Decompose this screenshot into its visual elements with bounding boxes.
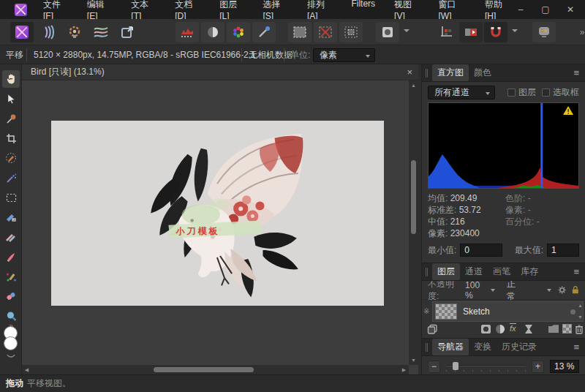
live-filter-icon[interactable]: fx — [510, 323, 516, 333]
color-swatches[interactable] — [2, 325, 20, 357]
toolbar-overflow-chevron[interactable]: » — [570, 22, 585, 42]
scroll-right-icon[interactable]: ▶ — [399, 365, 409, 374]
menu-layer[interactable]: 图层[L] — [219, 0, 244, 21]
menu-view[interactable]: 视图[V] — [394, 0, 419, 21]
tab-brushes[interactable]: 画笔 — [488, 263, 516, 280]
panel-drag-handle[interactable] — [426, 69, 428, 78]
paint-brush-tool[interactable] — [2, 248, 20, 265]
fill-color-swatch[interactable] — [4, 336, 18, 350]
layers-scroll-up-icon[interactable]: ▲ — [578, 303, 583, 308]
horizontal-scroll-thumb[interactable] — [154, 367, 254, 372]
auto-colours-button[interactable] — [227, 22, 250, 42]
gear-icon[interactable] — [558, 285, 566, 295]
layer-checkbox[interactable] — [507, 88, 516, 97]
layer-row-sketch[interactable]: Sketch — [432, 301, 584, 322]
auto-levels-button[interactable] — [176, 22, 199, 42]
min-value-input[interactable] — [460, 244, 502, 257]
invert-selection-button[interactable] — [339, 22, 363, 42]
tab-transform[interactable]: 变换 — [469, 339, 497, 355]
color-picker-tool[interactable] — [2, 110, 20, 127]
snapping-magnet-button[interactable] — [484, 22, 507, 42]
selection-brush-tool[interactable] — [2, 149, 20, 167]
menu-text[interactable]: 文本[T] — [131, 0, 156, 21]
auto-white-balance-button[interactable] — [252, 22, 276, 42]
clone-tool[interactable] — [2, 268, 20, 285]
pan-tool[interactable] — [2, 70, 20, 88]
export-persona-button[interactable] — [116, 22, 139, 42]
snapping-axis-button[interactable] — [434, 22, 458, 42]
zoom-slider-handle[interactable] — [453, 362, 458, 370]
swap-colors-icon[interactable] — [6, 354, 16, 359]
menu-edit[interactable]: 编辑[E] — [87, 0, 112, 21]
erase-tool[interactable] — [2, 287, 20, 305]
close-button[interactable]: ✕ — [560, 2, 581, 17]
tab-history[interactable]: 历史记录 — [497, 339, 542, 355]
scroll-up-icon[interactable]: ▲ — [409, 80, 418, 90]
minimize-button[interactable]: – — [510, 2, 531, 17]
layer-thumbnail[interactable] — [435, 304, 457, 320]
crop-tool[interactable] — [2, 129, 20, 147]
new-layer-icon[interactable] — [562, 324, 572, 333]
max-value-input[interactable] — [547, 244, 579, 257]
menu-select[interactable]: 选择[S] — [263, 0, 287, 21]
opacity-dropdown-icon[interactable] — [491, 289, 495, 292]
zoom-value-input[interactable]: 13 % — [550, 360, 579, 373]
photo-persona-button[interactable] — [10, 22, 34, 42]
panel-menu-icon[interactable]: ≡ — [573, 342, 579, 353]
pixel-alignment-button[interactable] — [459, 22, 483, 42]
zoom-slider[interactable] — [446, 361, 526, 372]
duplicate-layer-icon[interactable] — [427, 324, 438, 335]
blend-mode-select[interactable]: 正常 — [507, 278, 522, 303]
scroll-down-icon[interactable]: ▼ — [409, 355, 418, 365]
opacity-value[interactable]: 100 % — [465, 280, 487, 301]
quick-mask-dropdown[interactable] — [404, 29, 410, 32]
select-all-button[interactable] — [288, 22, 312, 42]
unit-select[interactable]: 像素 — [313, 48, 375, 62]
panel-drag-handle[interactable] — [426, 343, 428, 352]
marquee-tool[interactable] — [2, 189, 20, 206]
panel-menu-icon[interactable]: ≡ — [573, 67, 579, 78]
mask-layer-icon[interactable] — [480, 324, 491, 334]
tab-stock[interactable]: 库存 — [516, 263, 543, 280]
layers-scroll-down-icon[interactable]: ▼ — [578, 314, 583, 320]
tab-layers[interactable]: 图层 — [432, 263, 460, 280]
maximize-button[interactable]: ▢ — [535, 2, 556, 17]
vertical-scroll-thumb[interactable] — [411, 160, 416, 234]
tab-navigator[interactable]: 导航器 — [432, 339, 469, 355]
menu-arrange[interactable]: 排列[A] — [307, 0, 332, 21]
document-tab[interactable]: Bird [只读] (13.1%) — [31, 66, 105, 78]
menu-help[interactable]: 帮助[H] — [485, 0, 510, 21]
assistant-button[interactable] — [532, 22, 556, 42]
trash-icon[interactable] — [575, 324, 584, 334]
layer-visibility-toggle[interactable] — [570, 309, 575, 314]
menu-window[interactable]: 窗口[W] — [439, 0, 466, 21]
tab-close-icon[interactable]: × — [407, 67, 412, 78]
horizontal-scrollbar[interactable]: ◀ ▶ — [22, 365, 409, 374]
zoom-in-button[interactable]: + — [532, 361, 544, 373]
snapping-dropdown[interactable] — [512, 29, 518, 32]
pixel-tool[interactable] — [2, 228, 20, 246]
scroll-left-icon[interactable]: ◀ — [22, 365, 31, 374]
lock-icon[interactable] — [572, 285, 579, 295]
group-folder-icon[interactable] — [548, 324, 559, 333]
hourglass-icon[interactable] — [524, 324, 533, 334]
tone-mapping-persona-button[interactable] — [89, 22, 113, 42]
quick-mask-button[interactable] — [376, 22, 399, 42]
fill-tool[interactable] — [2, 208, 20, 226]
panel-drag-handle[interactable] — [426, 268, 428, 276]
vertical-scrollbar[interactable]: ▲ ▼ — [409, 80, 418, 365]
tab-channels[interactable]: 通道 — [460, 263, 488, 280]
adjustment-layer-icon[interactable] — [495, 324, 505, 334]
deselect-button[interactable] — [314, 22, 337, 42]
menu-filters[interactable]: Filters — [351, 0, 375, 21]
flood-select-tool[interactable] — [2, 169, 20, 186]
marquee-checkbox[interactable] — [542, 88, 550, 97]
tab-histogram[interactable]: 直方图 — [432, 64, 469, 81]
panel-menu-icon[interactable]: ≡ — [573, 266, 579, 277]
auto-contrast-button[interactable] — [201, 22, 224, 42]
tab-colour[interactable]: 颜色 — [469, 64, 497, 81]
develop-persona-button[interactable] — [63, 22, 86, 42]
move-tool[interactable] — [2, 90, 20, 108]
liquify-persona-button[interactable] — [37, 22, 60, 42]
menu-file[interactable]: 文件[F] — [43, 0, 68, 21]
